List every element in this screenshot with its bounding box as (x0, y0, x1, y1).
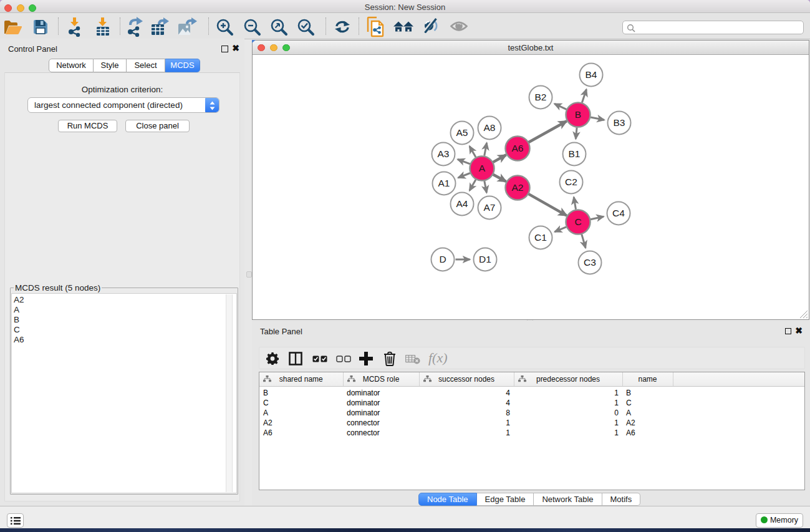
svg-text:C2: C2 (565, 177, 577, 187)
svg-text:A7: A7 (484, 202, 496, 213)
svg-text:A4: A4 (456, 198, 468, 209)
svg-text:A8: A8 (484, 122, 496, 133)
svg-text:D: D (439, 254, 446, 264)
svg-text:C4: C4 (612, 208, 625, 218)
svg-text:B4: B4 (586, 69, 597, 80)
svg-text:D1: D1 (479, 254, 491, 264)
svg-text:B1: B1 (569, 148, 581, 159)
svg-text:A2: A2 (512, 182, 524, 193)
svg-text:A6: A6 (512, 143, 524, 153)
svg-text:B3: B3 (614, 117, 625, 128)
svg-text:C3: C3 (584, 257, 596, 268)
svg-text:A5: A5 (456, 127, 468, 138)
svg-text:B2: B2 (535, 92, 547, 102)
svg-text:A: A (479, 163, 486, 173)
svg-text:A3: A3 (438, 148, 450, 159)
svg-text:C: C (574, 216, 581, 227)
svg-text:A1: A1 (438, 178, 450, 188)
svg-text:C1: C1 (534, 232, 547, 243)
svg-text:B: B (575, 109, 581, 120)
